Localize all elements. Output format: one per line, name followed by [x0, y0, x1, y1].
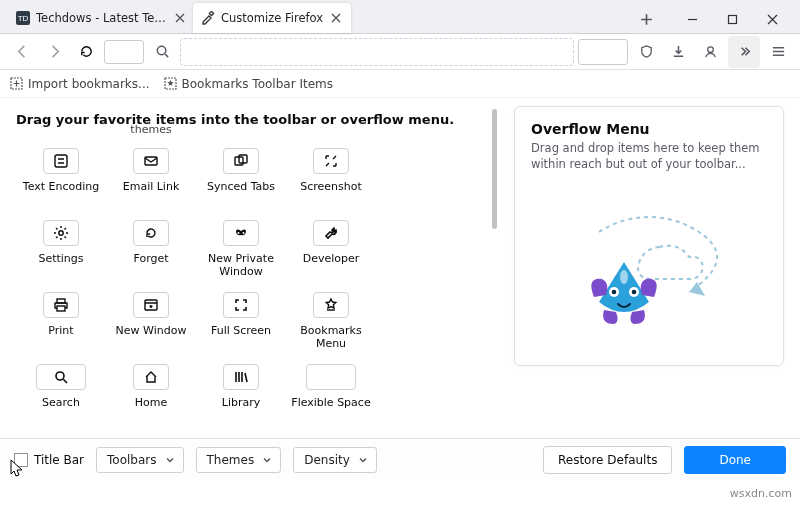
palette-label: Developer [303, 252, 360, 265]
overflow-panel[interactable]: Overflow Menu Drag and drop items here t… [514, 106, 784, 366]
restore-label: Restore Defaults [558, 453, 657, 467]
cursor-icon [10, 459, 24, 477]
developer-icon [313, 220, 349, 246]
svg-text:TD: TD [18, 14, 29, 23]
svg-rect-9 [145, 157, 157, 165]
themes-dropdown[interactable]: Themes [196, 447, 282, 473]
new-tab-button[interactable] [632, 5, 660, 33]
customize-area: Drag your favorite items into the toolba… [0, 98, 800, 442]
close-icon[interactable] [329, 11, 343, 25]
toolbars-label: Toolbars [107, 453, 156, 467]
chevron-down-icon [165, 455, 175, 465]
palette-label: Print [48, 324, 73, 337]
palette-label: Flexible Space [291, 396, 370, 409]
palette-item-forget[interactable]: Forget [106, 216, 196, 278]
flexible-space-icon [306, 364, 356, 390]
palette-item-bookmarks-menu[interactable]: Bookmarks Menu [286, 288, 376, 350]
svg-point-5 [707, 47, 713, 53]
palette-label: Bookmarks Menu [286, 324, 376, 350]
palette-item-search[interactable]: Search [16, 360, 106, 422]
overflow-desc: Drag and drop items here to keep them wi… [531, 141, 767, 172]
palette-label: Screenshot [300, 180, 362, 193]
bookmarks-toolbar: Import bookmarks... Bookmarks Toolbar It… [0, 70, 800, 98]
palette-label: Library [222, 396, 260, 409]
toolbars-dropdown[interactable]: Toolbars [96, 447, 183, 473]
forward-button[interactable] [40, 38, 68, 66]
palette-item-full-screen[interactable]: Full Screen [196, 288, 286, 350]
palette-item-synced-tabs[interactable]: Synced Tabs [196, 144, 286, 206]
tab-techdows[interactable]: TD Techdows - Latest Technology N [8, 3, 193, 33]
svg-point-21 [612, 289, 617, 294]
window-controls [672, 5, 792, 33]
palette-item-flexible-space[interactable]: Flexible Space [286, 360, 376, 422]
chevron-down-icon [262, 455, 272, 465]
customize-empty-zone[interactable] [180, 38, 574, 66]
nav-toolbar [0, 34, 800, 70]
overflow-button[interactable] [728, 36, 760, 68]
screenshot-icon [313, 148, 349, 174]
toolbar-placeholder[interactable] [104, 40, 144, 64]
palette-label: New Private Window [196, 252, 286, 278]
scrollbar-thumb[interactable] [492, 109, 497, 229]
palette-item-developer[interactable]: Developer [286, 216, 376, 278]
text-encoding-icon [43, 148, 79, 174]
done-button[interactable]: Done [684, 446, 786, 474]
svg-point-14 [243, 232, 245, 234]
fullscreen-icon [223, 292, 259, 318]
download-icon[interactable] [664, 38, 692, 66]
tab-strip: TD Techdows - Latest Technology N Custom… [0, 0, 800, 34]
palette-item-print[interactable]: Print [16, 288, 106, 350]
tab-label: Techdows - Latest Technology N [36, 11, 169, 25]
title-bar-label: Title Bar [34, 453, 84, 467]
chevron-down-icon [358, 455, 368, 465]
palette-item-email-link[interactable]: Email Link [106, 144, 196, 206]
tab-customize-firefox[interactable]: Customize Firefox [193, 3, 351, 33]
bookmarks-toolbar-label: Bookmarks Toolbar Items [182, 77, 333, 91]
overflow-illustration [531, 172, 767, 351]
scrollbar[interactable] [491, 106, 498, 442]
bookmarks-menu-icon [313, 292, 349, 318]
close-icon[interactable] [175, 11, 185, 25]
appmenu-button[interactable] [764, 38, 792, 66]
email-link-icon [133, 148, 169, 174]
watermark: wsxdn.com [730, 487, 792, 500]
palette-item-new-private-window[interactable]: New Private Window [196, 216, 286, 278]
account-icon[interactable] [696, 38, 724, 66]
palette-item-text-encoding[interactable]: Text Encoding [16, 144, 106, 206]
restore-defaults-button[interactable]: Restore Defaults [543, 446, 672, 474]
palette-label: Full Screen [211, 324, 271, 337]
svg-rect-2 [209, 11, 213, 15]
new-window-icon [133, 292, 169, 318]
title-bar-checkbox[interactable]: Title Bar [14, 453, 84, 467]
palette-item-new-window[interactable]: New Window [106, 288, 196, 350]
library-icon [223, 364, 259, 390]
palette-item-settings[interactable]: Settings [16, 216, 106, 278]
palette-label: Search [42, 396, 80, 409]
palette-item-home[interactable]: Home [106, 360, 196, 422]
back-button[interactable] [8, 38, 36, 66]
toolbar-placeholder-right[interactable] [578, 39, 628, 65]
minimize-button[interactable] [672, 5, 712, 33]
palette-label: Email Link [123, 180, 180, 193]
maximize-button[interactable] [712, 5, 752, 33]
palette-label: Home [135, 396, 167, 409]
shield-icon[interactable] [632, 38, 660, 66]
svg-rect-17 [57, 306, 65, 311]
palette-item-library[interactable]: Library [196, 360, 286, 422]
search-icon [36, 364, 86, 390]
density-dropdown[interactable]: Density [293, 447, 377, 473]
svg-point-13 [238, 232, 240, 234]
reload-button[interactable] [72, 38, 100, 66]
search-icon[interactable] [148, 38, 176, 66]
import-bookmarks-button[interactable]: Import bookmarks... [10, 77, 150, 91]
palette-label: Settings [38, 252, 83, 265]
import-bookmarks-label: Import bookmarks... [28, 77, 150, 91]
truncated-label: themes [106, 123, 196, 136]
palette-item-screenshot[interactable]: Screenshot [286, 144, 376, 206]
window-close-button[interactable] [752, 5, 792, 33]
customize-footer: Title Bar Toolbars Themes Density Restor… [0, 438, 800, 480]
svg-rect-8 [55, 155, 67, 167]
svg-point-12 [59, 231, 63, 235]
palette-label: Forget [133, 252, 168, 265]
bookmarks-toolbar-items[interactable]: Bookmarks Toolbar Items [164, 77, 333, 91]
